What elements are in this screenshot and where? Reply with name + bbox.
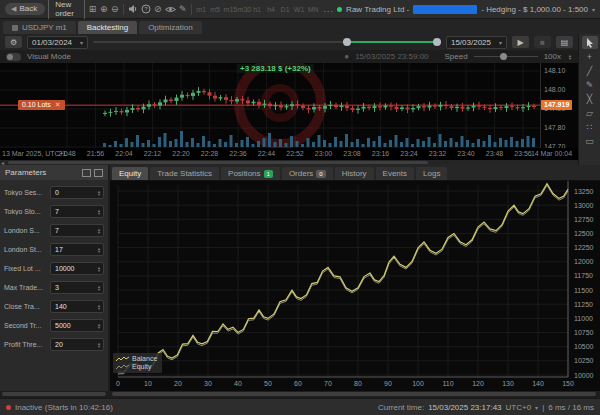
timeframe-h1[interactable]: h1 [252,6,263,13]
param-stepper[interactable]: ▲▼ [97,323,101,329]
param-stepper[interactable]: ▲▼ [97,209,101,215]
param-value-input[interactable]: 3▲▼ [50,281,104,294]
tab-history[interactable]: History [335,167,374,180]
annotate-icon[interactable]: ✎ [179,3,187,16]
eye-icon[interactable] [165,3,176,16]
tab-chart-usdjpy[interactable]: USDJPY m1 [3,21,76,34]
position-badge[interactable]: 0.10 Lots✕ [18,100,65,110]
param-label: Max Trade... [4,284,47,291]
tab-optimization[interactable]: Optimization [139,21,201,34]
candlestick-plot[interactable] [0,63,540,148]
param-value-input[interactable]: 17▲▼ [50,243,104,256]
speed-slider-knob[interactable] [500,53,507,60]
play-button[interactable]: ▶ [512,36,529,48]
param-stepper[interactable]: ▲▼ [97,342,101,348]
tab-equity[interactable]: Equity [112,167,148,180]
brush-tool-icon[interactable]: ╳ [582,92,598,105]
equity-chart[interactable]: 1000010250105001075011000112501150011750… [110,181,600,391]
speed-slider[interactable] [474,53,538,61]
param-value-input[interactable]: 0▲▼ [50,186,104,199]
tab-orders[interactable]: Orders0 [282,167,333,180]
time-tick-label: 21:48 [58,150,76,157]
end-date-select[interactable]: 15/03/2025▾ [446,36,507,49]
cursor-tool-icon[interactable] [582,36,598,49]
frame-tool-icon[interactable]: ▭ [582,134,598,147]
timeframe-m1[interactable]: m1 [196,6,207,13]
timeframe-m5[interactable]: m5 [210,6,221,13]
tab-backtesting[interactable]: Backtesting [78,21,137,34]
pattern-tool-icon[interactable]: ∷ [582,120,598,133]
param-value-input[interactable]: 7▲▼ [50,224,104,237]
draw-tool-icon[interactable]: ✎ [582,78,598,91]
param-stepper[interactable]: ▲▼ [97,190,101,196]
start-date-select[interactable]: 01/03/2024▾ [27,36,88,49]
visual-mode-toggle[interactable] [6,53,21,61]
timeframe-mn[interactable]: MN [308,6,319,13]
eraser-tool-icon[interactable]: ▱ [582,106,598,119]
panel-window-icon[interactable] [82,169,91,177]
param-value-input[interactable]: 7▲▼ [50,205,104,218]
param-value-input[interactable]: 5000▲▼ [50,319,104,332]
backtest-progress-slider[interactable] [93,36,441,48]
tab-logs[interactable]: Logs [416,167,447,180]
price-chart[interactable]: 148.10148.00147.90147.80147.70147.919 +3… [0,63,578,148]
slider-handle-right[interactable] [433,38,441,46]
timezone-value[interactable]: UTC+0 [506,403,532,412]
back-button[interactable]: ◀Back [5,3,45,15]
chart-grid-icon[interactable]: ⊞ [88,3,96,16]
param-value-input[interactable]: 20▲▼ [50,338,104,351]
svg-text:10500: 10500 [574,343,594,350]
tab-trade-statistics[interactable]: Trade Statistics [150,167,219,180]
timeframe-d1[interactable]: D1 [280,6,291,13]
svg-text:20: 20 [174,380,182,387]
stop-button[interactable]: ■ [534,36,551,48]
toolbar-separator [191,4,192,15]
param-stepper[interactable]: ▲▼ [97,247,101,253]
param-stepper[interactable]: ▲▼ [97,228,101,234]
playhead-marker-icon: ● [344,52,349,61]
time-tick-label: 23:08 [343,150,361,157]
toolbar-overflow[interactable]: ... [324,4,335,14]
param-stepper[interactable]: ▲▼ [97,266,101,272]
orders-tab-label: Orders [289,169,313,178]
zoom-in-icon[interactable]: ⊕ [100,3,108,16]
help-icon[interactable]: ? [141,3,151,16]
chart-tools-strip: + ╱ ✎ ╳ ▱ ∷ ▭ [578,34,600,165]
volume-icon[interactable] [128,3,138,16]
param-value: 20 [55,341,63,348]
param-value: 7 [55,208,59,215]
timeframe-m15[interactable]: m15 [224,6,235,13]
backtest-settings-button[interactable]: ⚙ [5,36,22,48]
trendline-tool-icon[interactable]: ╱ [582,64,598,77]
account-info[interactable]: Raw Trading Ltd - - Hedging - $ 1,000.00… [337,5,595,14]
svg-text:130: 130 [502,380,514,387]
tab-events[interactable]: Events [376,167,414,180]
results-scrollbar[interactable] [112,392,596,396]
timeframe-m30[interactable]: m30 [238,6,249,13]
new-order-button[interactable]: New order [48,0,85,21]
mute-icon[interactable]: ⊘ [154,3,162,16]
slider-handle-left[interactable] [343,38,351,46]
svg-text:90: 90 [384,380,392,387]
tab-positions[interactable]: Positions1 [221,167,280,180]
svg-text:13000: 13000 [574,202,594,209]
speed-stepper[interactable]: ▲▼ [568,54,572,60]
trade-statistics-tab-label: Trade Statistics [157,169,212,178]
panel-expand-icon[interactable] [94,169,103,177]
backtest-control-bar: ⚙ 01/03/2024▾ 15/03/2025▾ ▶ ■ ▤ [0,34,578,50]
time-tick-label: 23:24 [400,150,418,157]
param-stepper[interactable]: ▲▼ [97,304,101,310]
param-value-input[interactable]: 140▲▼ [50,300,104,313]
report-button[interactable]: ▤ [556,36,573,48]
scrollbar-thumb[interactable] [8,161,428,164]
timeframe-h4[interactable]: h4 [266,6,277,13]
close-position-icon[interactable]: ✕ [55,100,61,110]
param-stepper[interactable]: ▲▼ [97,285,101,291]
param-value-input[interactable]: 10000▲▼ [50,262,104,275]
chart-tab-icon [12,25,18,31]
timeframe-w1[interactable]: W1 [294,6,305,13]
zoom-out-icon[interactable]: ⊖ [111,3,119,16]
chevron-down-icon: ▾ [80,39,83,46]
crosshair-tool-icon[interactable]: + [582,50,598,63]
params-scrollbar[interactable] [2,392,106,396]
